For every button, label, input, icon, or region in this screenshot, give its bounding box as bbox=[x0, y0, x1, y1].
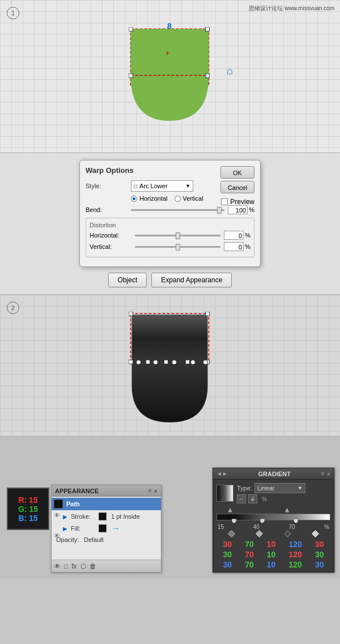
gradient-reverse-icon[interactable]: ↔ bbox=[237, 494, 246, 503]
gradient-panel-close[interactable]: × bbox=[327, 471, 330, 477]
path-label: Path bbox=[66, 501, 80, 507]
svg-point-18 bbox=[203, 360, 208, 365]
expand-appearance-button[interactable]: Expand Appearance bbox=[151, 273, 232, 287]
stop-label-70: 70 bbox=[288, 524, 295, 530]
vert-dist-value[interactable]: 0 bbox=[224, 242, 244, 251]
vert-dist-label: Vertical: bbox=[90, 243, 135, 250]
stroke-label: Stroke: bbox=[71, 513, 96, 520]
visibility-icon-fill[interactable]: 👁 bbox=[54, 532, 60, 540]
numbers-row-3: 30 70 10 120 30 bbox=[216, 560, 330, 569]
gradient-stop-1[interactable] bbox=[232, 519, 236, 523]
num-b-2: 30 bbox=[223, 560, 232, 569]
expand-buttons: Object Expand Appearance bbox=[108, 273, 232, 287]
object-button[interactable]: Object bbox=[108, 273, 147, 287]
horiz-dist-slider[interactable] bbox=[135, 235, 220, 236]
stroke-row[interactable]: ▶ Stroke: 1 pt Inside bbox=[52, 511, 161, 522]
bend-slider[interactable] bbox=[131, 209, 224, 211]
vert-dist-percent: % bbox=[245, 243, 250, 250]
dialog-area: Warp Options Style: □ Arc Lower ▼ Horizo… bbox=[0, 153, 340, 295]
gradient-arrows-icon[interactable]: ◄► bbox=[216, 471, 228, 477]
horizontal-radio-btn[interactable] bbox=[131, 196, 137, 202]
gradient-stop-2[interactable] bbox=[260, 519, 265, 523]
appearance-panel-close[interactable]: × bbox=[154, 488, 158, 494]
gradient-panel: ◄► GRADIENT ≡ × Type: Linear ▼ bbox=[212, 468, 334, 573]
horizontal-radio[interactable]: Horizontal bbox=[131, 195, 168, 202]
vert-dist-thumb[interactable] bbox=[176, 244, 180, 251]
bend-thumb[interactable] bbox=[217, 207, 222, 214]
bend-value[interactable]: 100 bbox=[228, 205, 248, 214]
gradient-angle-icon[interactable]: ∡ bbox=[248, 494, 257, 503]
gradient-preview-swatch[interactable] bbox=[216, 485, 233, 502]
cancel-button[interactable]: Cancel bbox=[220, 181, 254, 193]
footer-add-icon[interactable]: ⬡ bbox=[80, 562, 86, 570]
path-thumbnail bbox=[54, 499, 63, 509]
svg-rect-12 bbox=[164, 360, 168, 364]
footer-visibility-icon[interactable]: 👁 bbox=[54, 562, 61, 570]
fill-row[interactable]: ▶ Fill: → bbox=[52, 522, 161, 535]
diamond-stop-2[interactable] bbox=[256, 530, 264, 537]
num-b-1: 120 bbox=[288, 540, 301, 549]
stop-label-pct: % bbox=[324, 524, 329, 530]
bend-label: Bend: bbox=[86, 206, 131, 213]
diamond-stop-3[interactable] bbox=[284, 530, 291, 537]
style-select[interactable]: □ Arc Lower ▼ bbox=[131, 180, 193, 192]
footer-trash-icon[interactable]: 🗑 bbox=[90, 562, 96, 570]
fill-swatch[interactable] bbox=[99, 524, 107, 532]
num-r-3: 30 bbox=[315, 540, 324, 549]
footer-fx-icon[interactable]: fx bbox=[71, 562, 76, 570]
warp-options-dialog[interactable]: Warp Options Style: □ Arc Lower ▼ Horizo… bbox=[79, 160, 261, 267]
dropdown-arrow-icon: ▼ bbox=[185, 183, 190, 189]
vertical-radio-btn[interactable] bbox=[175, 196, 181, 202]
gradient-menu-icon[interactable]: ≡ bbox=[321, 471, 325, 477]
horiz-dist-thumb[interactable] bbox=[176, 232, 180, 239]
preview-checkbox[interactable] bbox=[221, 198, 228, 205]
canvas-area-1: 1 8 + ⌂ bbox=[0, 0, 340, 153]
stroke-value: 1 pt Inside bbox=[111, 513, 159, 520]
panel-menu-icon[interactable]: ≡ bbox=[148, 488, 152, 494]
horizontal-label: Horizontal bbox=[139, 195, 168, 202]
num-g-5: 70 bbox=[245, 560, 254, 569]
num-g-4: 30 bbox=[315, 550, 324, 559]
stroke-swatch[interactable] bbox=[99, 512, 107, 520]
svg-rect-13 bbox=[186, 360, 190, 364]
diamond-stop-4[interactable] bbox=[312, 530, 319, 537]
bend-percent: % bbox=[249, 206, 254, 213]
type-select[interactable]: Linear ▼ bbox=[254, 483, 305, 493]
vertical-radio[interactable]: Vertical bbox=[175, 195, 203, 202]
numbers-grid: 30 70 10 120 30 30 70 10 120 30 30 70 10 bbox=[216, 540, 330, 569]
gradient-body: Type: Linear ▼ ↔ ∡ % bbox=[213, 480, 334, 574]
svg-point-14 bbox=[137, 360, 141, 365]
svg-point-16 bbox=[172, 360, 177, 365]
opacity-stop-1[interactable] bbox=[228, 508, 232, 512]
horiz-dist-label: Horizontal: bbox=[90, 232, 135, 239]
style-select-wrapper[interactable]: □ Arc Lower ▼ bbox=[131, 180, 193, 192]
gradient-bar[interactable] bbox=[216, 514, 330, 520]
svg-rect-9 bbox=[129, 360, 133, 364]
num-r-2: 10 bbox=[267, 540, 276, 549]
gradient-top-row: Type: Linear ▼ ↔ ∡ % bbox=[216, 483, 330, 503]
ok-button[interactable]: OK bbox=[220, 166, 254, 179]
opacity-stop-2[interactable] bbox=[285, 508, 290, 512]
bend-row: Bend: 100 % bbox=[86, 205, 254, 214]
path-row[interactable]: Path bbox=[52, 498, 161, 510]
vert-distortion-row: Vertical: 0 % bbox=[90, 242, 250, 251]
gradient-stop-3[interactable] bbox=[294, 519, 298, 523]
horiz-dist-value[interactable]: 0 bbox=[224, 231, 244, 240]
visibility-icon-stroke[interactable]: 👁 bbox=[54, 511, 60, 519]
style-icon: □ bbox=[134, 183, 137, 189]
footer-square-icon[interactable]: □ bbox=[64, 562, 68, 570]
stop-label-40: 40 bbox=[253, 524, 260, 530]
fill-label: Fill: bbox=[71, 525, 96, 532]
color-r-value: R: 15 bbox=[18, 495, 37, 505]
gradient-diamond-stops bbox=[216, 531, 330, 536]
gradient-panel-header: ◄► GRADIENT ≡ × bbox=[213, 468, 334, 480]
fill-link-arrow[interactable]: → bbox=[111, 523, 120, 533]
style-label: Style: bbox=[86, 183, 131, 189]
num-r-5: 120 bbox=[288, 550, 301, 559]
diamond-stop-1[interactable] bbox=[228, 530, 235, 537]
svg-rect-2 bbox=[129, 27, 133, 31]
type-arrow-icon: ▼ bbox=[298, 485, 303, 491]
num-r-4: 70 bbox=[245, 550, 254, 559]
vert-dist-slider[interactable] bbox=[135, 246, 220, 248]
svg-rect-19 bbox=[129, 312, 133, 316]
